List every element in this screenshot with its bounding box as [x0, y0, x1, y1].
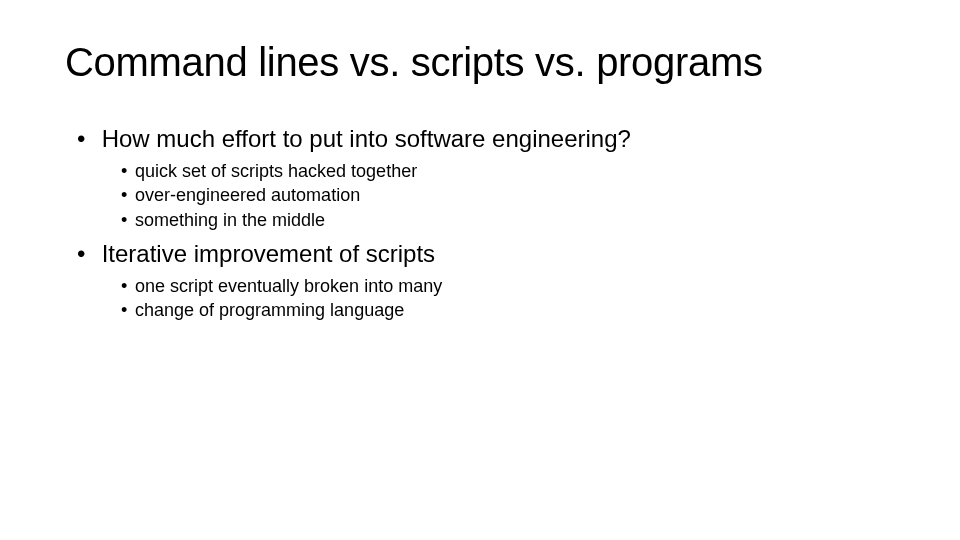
- list-item: Iterative improvement of scripts one scr…: [83, 240, 895, 323]
- list-item: over-engineered automation: [125, 183, 895, 207]
- bullet-text: How much effort to put into software eng…: [102, 125, 631, 152]
- bullets-level-2: one script eventually broken into many c…: [125, 274, 895, 323]
- bullet-text: quick set of scripts hacked together: [135, 161, 417, 181]
- list-item: one script eventually broken into many: [125, 274, 895, 298]
- bullet-text: over-engineered automation: [135, 185, 360, 205]
- bullet-text: change of programming language: [135, 300, 404, 320]
- bullet-text: one script eventually broken into many: [135, 276, 442, 296]
- list-item: something in the middle: [125, 208, 895, 232]
- list-item: quick set of scripts hacked together: [125, 159, 895, 183]
- bullet-text: Iterative improvement of scripts: [102, 240, 435, 267]
- slide-title: Command lines vs. scripts vs. programs: [65, 40, 895, 85]
- bullets-level-1: How much effort to put into software eng…: [83, 125, 895, 322]
- list-item: How much effort to put into software eng…: [83, 125, 895, 232]
- bullets-level-2: quick set of scripts hacked together ove…: [125, 159, 895, 232]
- list-item: change of programming language: [125, 298, 895, 322]
- bullet-text: something in the middle: [135, 210, 325, 230]
